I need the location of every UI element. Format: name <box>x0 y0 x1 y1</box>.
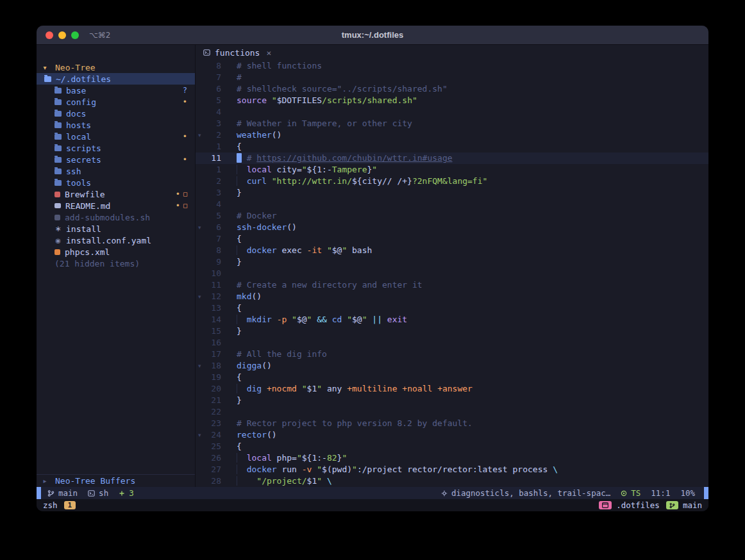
branch-icon <box>669 502 675 509</box>
tree-item-local[interactable]: local• <box>37 131 195 142</box>
code-line[interactable]: 5source "$DOTFILES/scripts/shared.sh" <box>196 95 708 106</box>
code-line[interactable]: 19{ <box>196 372 708 383</box>
line-text: ssh-docker() <box>237 222 297 233</box>
tree-item-brewfile[interactable]: Brewfile•□ <box>37 188 195 200</box>
tree-item-base[interactable]: base? <box>37 85 195 96</box>
line-text: } <box>237 187 242 199</box>
code-line[interactable]: 10 <box>196 268 708 279</box>
code-line[interactable]: 16 <box>196 337 708 349</box>
tmux-window-item[interactable]: zsh 1 <box>43 500 76 510</box>
tree-item-docs[interactable]: docs <box>37 108 195 119</box>
code-line[interactable]: 3# Weather in Tampere, or other city <box>196 118 708 129</box>
git-status-badges: • <box>183 154 195 165</box>
code-line[interactable]: 22 <box>196 406 708 418</box>
line-number: 23 <box>205 418 221 429</box>
code-line[interactable]: 13{ <box>196 302 708 314</box>
code-line[interactable]: 20 dig +nocmd "$1" any +multiline +noall… <box>196 383 708 395</box>
tree-item-label: README.md <box>65 201 110 211</box>
tree-item-tools[interactable]: tools <box>37 177 195 188</box>
code-line[interactable]: 1{ <box>196 141 708 152</box>
close-button[interactable] <box>46 31 53 39</box>
line-text: local city="${1:-Tampere}" <box>237 164 377 176</box>
line-number: 6 <box>205 83 221 95</box>
code-line[interactable]: 28 "/project/$1" \ <box>196 475 708 487</box>
minimize-button[interactable] <box>58 31 66 39</box>
code-line[interactable]: 7{ <box>196 233 708 245</box>
code-line[interactable]: 5# Docker <box>196 210 708 222</box>
line-number: 8 <box>205 60 221 72</box>
filetype-section: sh <box>88 488 108 498</box>
code-area: 8# shell functions7#6# shellcheck source… <box>196 60 708 487</box>
line-number: 2 <box>205 176 221 187</box>
tree-item-label: docs <box>66 109 86 119</box>
buffer-icon <box>203 49 210 56</box>
fold-open-icon[interactable]: ▾ <box>196 291 205 302</box>
code-line[interactable]: 1 local city="${1:-Tampere}" <box>196 164 708 176</box>
code-line[interactable]: 26 local php="${1:-82}" <box>196 452 708 464</box>
neo-tree-header[interactable]: ▾ Neo-Tree <box>37 62 195 73</box>
line-text: # shell functions <box>237 60 322 72</box>
code-line[interactable]: 4 <box>196 106 708 118</box>
tree-item-scripts[interactable]: scripts <box>37 142 195 154</box>
tree-item-config[interactable]: config• <box>37 96 195 108</box>
fold-open-icon[interactable]: ▾ <box>196 429 205 441</box>
close-tab-button[interactable]: × <box>266 48 271 58</box>
code-line[interactable]: 17# All the dig info <box>196 349 708 360</box>
code-line[interactable]: 11 # https://github.com/chubin/wttr.in#u… <box>196 152 708 164</box>
tree-item-secrets[interactable]: secrets• <box>37 154 195 165</box>
tree-item-readme.md[interactable]: README.md•□ <box>37 200 195 211</box>
code-line[interactable]: 3} <box>196 187 708 199</box>
line-text: # Rector project to php version 8.2 by d… <box>237 418 473 429</box>
tree-item--.dotfiles[interactable]: ~/.dotfiles <box>37 73 195 85</box>
code-line[interactable]: ▾6ssh-docker() <box>196 222 708 233</box>
code-line[interactable]: 8 docker exec -it "$@" bash <box>196 245 708 256</box>
line-text: { <box>237 233 242 245</box>
code-line[interactable]: 8# shell functions <box>196 60 708 72</box>
git-modified-badge: • <box>183 131 187 142</box>
tree-item-add-submodules.sh[interactable]: add-submodules.sh <box>37 211 195 223</box>
code-line[interactable]: 27 docker run -v "$(pwd)":/project recto… <box>196 464 708 475</box>
folder-icon <box>54 157 62 163</box>
code-line[interactable]: 11# Create a new directory and enter it <box>196 279 708 291</box>
tab-functions[interactable]: functions × <box>203 48 271 58</box>
folder-icon <box>54 180 62 186</box>
code-line[interactable]: 6# shellcheck source="../scripts/shared.… <box>196 83 708 95</box>
code-line[interactable]: 7# <box>196 72 708 83</box>
tree-item-install[interactable]: ∗install <box>37 223 195 235</box>
code-line[interactable]: ▾2weather() <box>196 129 708 141</box>
code-line[interactable]: 4 <box>196 199 708 210</box>
line-number: 14 <box>205 314 221 325</box>
tree-item-ssh[interactable]: ssh <box>37 165 195 177</box>
tree-item-install.conf.yaml[interactable]: ◉install.conf.yaml <box>37 235 195 246</box>
code-line[interactable]: ▾24rector() <box>196 429 708 441</box>
diff-added-count: 3 <box>129 488 134 498</box>
zoom-button[interactable] <box>71 31 79 39</box>
fold-open-icon[interactable]: ▾ <box>196 129 205 141</box>
code-line[interactable]: 23# Rector project to php version 8.2 by… <box>196 418 708 429</box>
tree-item--21-hidden-items-[interactable]: (21 hidden items) <box>37 258 195 269</box>
code-line[interactable]: 14 mkdir -p "$@" && cd "$@" || exit <box>196 314 708 325</box>
fold-open-icon[interactable]: ▾ <box>196 222 205 233</box>
code-line[interactable]: ▾12mkd() <box>196 291 708 302</box>
code-line[interactable]: ▾18digga() <box>196 360 708 372</box>
code-line[interactable]: 9} <box>196 256 708 268</box>
neo-tree-title: Neo-Tree <box>55 63 96 72</box>
line-number: 4 <box>205 199 221 210</box>
tree-item-label: config <box>66 97 96 107</box>
tmux-session-icon <box>599 501 612 509</box>
code-line[interactable]: 15} <box>196 325 708 337</box>
tree-item-phpcs.xml[interactable]: phpcs.xml <box>37 246 195 258</box>
neo-tree-buffers-section[interactable]: ▸ Neo-Tree Buffers <box>37 474 195 487</box>
line-text: mkd() <box>237 291 262 302</box>
tree-item-label: hosts <box>66 120 91 130</box>
code-line[interactable]: 25{ <box>196 441 708 452</box>
tree-item-label: phpcs.xml <box>65 247 110 257</box>
neo-tree-buffers-title: Neo-Tree Buffers <box>55 476 135 486</box>
line-number: 11 <box>205 152 221 164</box>
code-line[interactable]: 2 curl "http://wttr.in/${city// /+}?2nFQ… <box>196 176 708 187</box>
code-line[interactable]: 21} <box>196 395 708 406</box>
tmux-statusbar: zsh 1 .dotfiles main <box>37 499 708 511</box>
tree-item-hosts[interactable]: hosts <box>37 119 195 131</box>
fold-open-icon[interactable]: ▾ <box>196 360 205 372</box>
line-text: dig +nocmd "$1" any +multiline +noall +a… <box>237 383 473 395</box>
